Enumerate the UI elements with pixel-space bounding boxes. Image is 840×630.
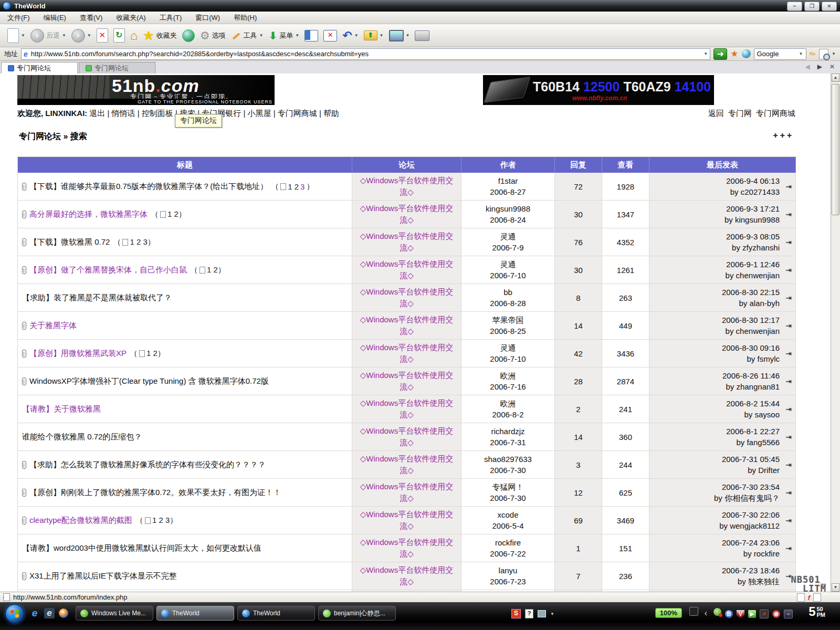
- block-tray-icon[interactable]: ⊘: [772, 610, 780, 618]
- menu-item-3[interactable]: 收藏夹(A): [116, 13, 145, 23]
- forum-link[interactable]: ◇Windows平台软件使用交流◇: [352, 256, 461, 284]
- forum-link[interactable]: ◇Windows平台软件使用交流◇: [352, 507, 461, 534]
- welcome-link-2[interactable]: 控制面板: [142, 109, 173, 118]
- tab-scroll-left-icon[interactable]: ◀: [805, 63, 810, 70]
- top-right-link-1[interactable]: 专门网: [728, 109, 752, 119]
- minimize-button[interactable]: –: [787, 2, 802, 11]
- author-link[interactable]: f1star: [498, 175, 518, 186]
- close-button[interactable]: ✕: [822, 2, 837, 11]
- goto-last-post-icon[interactable]: ⇥: [785, 487, 792, 498]
- split-view-button[interactable]: [304, 30, 318, 41]
- lastpost-author[interactable]: by rockfire: [743, 548, 780, 559]
- tray-expand-icon[interactable]: ▼: [550, 612, 554, 616]
- restore-window-icon[interactable]: [538, 610, 546, 617]
- thread-title-link[interactable]: 【下载】谁能够共享最新0.75版本的微软雅黑字体？(给出下载地址）: [29, 182, 268, 192]
- forum-link[interactable]: ◇Windows平台软件使用交流◇: [352, 423, 461, 450]
- vertical-scrollbar[interactable]: ▲ ▼: [831, 74, 840, 592]
- stop-button[interactable]: ✕: [97, 28, 108, 43]
- lastpost-author[interactable]: by fang5566: [736, 437, 780, 448]
- forum-link[interactable]: ◇Windows平台软件使用交流◇: [352, 451, 461, 478]
- column-header-4[interactable]: 查看: [602, 157, 649, 173]
- go-button[interactable]: ➜: [713, 48, 727, 60]
- back-button[interactable]: ‹后退▼: [30, 29, 66, 43]
- home-button[interactable]: ⌂: [130, 29, 138, 42]
- welcome-link-7[interactable]: 帮助: [323, 109, 339, 118]
- goto-last-post-icon[interactable]: ⇥: [785, 376, 792, 387]
- thread-pages[interactable]: （1 2）: [151, 209, 186, 219]
- thread-title-link[interactable]: 【下载】微软雅黑 0.72: [29, 237, 110, 247]
- author-link[interactable]: 欧洲: [500, 370, 516, 381]
- favorites-button[interactable]: ★收藏夹: [143, 29, 177, 42]
- forum-link[interactable]: ◇Windows平台软件使用交流◇: [352, 534, 461, 562]
- thread-pages[interactable]: （1 2 3）: [113, 237, 155, 247]
- forum-link[interactable]: ◇Windows平台软件使用交流◇: [352, 312, 461, 339]
- refresh-button[interactable]: ↻: [113, 28, 125, 43]
- goto-last-post-icon[interactable]: ⇥: [785, 209, 792, 220]
- welcome-link-1[interactable]: 悄悄话: [112, 109, 135, 118]
- goto-last-post-icon[interactable]: ⇥: [785, 404, 792, 415]
- scrollbar-thumb[interactable]: [832, 84, 839, 215]
- print-button[interactable]: [415, 30, 429, 41]
- welcome-link-5[interactable]: 小黑屋: [248, 109, 271, 118]
- chevron-tray-icon[interactable]: [702, 609, 710, 617]
- ie-quicklaunch-icon[interactable]: e: [29, 608, 40, 618]
- column-header-0[interactable]: 标题: [18, 157, 352, 173]
- forum-link[interactable]: ◇Windows平台软件使用交流◇: [352, 395, 461, 423]
- goto-last-post-icon[interactable]: ⇥: [785, 265, 792, 276]
- thread-pages[interactable]: （1 2 3）: [135, 516, 177, 526]
- find-dropdown-icon[interactable]: ▼: [832, 51, 836, 56]
- menu-button[interactable]: ⬇菜单▼: [269, 30, 300, 41]
- taskbar-clock[interactable]: 5 50 PM: [808, 605, 825, 618]
- tab-1[interactable]: 专门网论坛: [79, 62, 155, 74]
- thread-title-link[interactable]: 【原创】做了个雅黑替换宋体，自己作小白鼠: [29, 265, 187, 275]
- media-tray-icon[interactable]: ▶: [748, 610, 756, 618]
- status-resource-icon[interactable]: [813, 593, 821, 602]
- lastpost-author[interactable]: by alan-byh: [739, 298, 780, 309]
- menu-item-0[interactable]: 文件(F): [7, 13, 30, 23]
- author-link[interactable]: 苹果帝国: [492, 314, 524, 326]
- author-link[interactable]: 灵通: [500, 342, 516, 353]
- author-link[interactable]: bb: [503, 287, 512, 298]
- taskbar-button-1[interactable]: TheWorld: [156, 606, 234, 621]
- menu-item-5[interactable]: 窗口(W): [195, 13, 220, 23]
- bluetooth-tray-icon[interactable]: B: [725, 610, 733, 618]
- goto-last-post-icon[interactable]: ⇥: [785, 432, 792, 443]
- author-link[interactable]: 专猛网！: [492, 481, 524, 492]
- thread-pages[interactable]: （1 2）: [130, 349, 165, 359]
- maximize-button[interactable]: ❐: [804, 2, 820, 11]
- thread-title-link[interactable]: 【请教】关于微软雅黑: [22, 404, 101, 414]
- lastpost-author[interactable]: by chenwenjian: [726, 326, 780, 337]
- lastpost-author[interactable]: by saysoo: [744, 409, 780, 420]
- media-player-quicklaunch-icon[interactable]: [59, 608, 68, 618]
- lastpost-author[interactable]: by wengjack8112: [719, 520, 780, 531]
- lastpost-author[interactable]: by 你相信有鬼吗？: [714, 492, 780, 503]
- goto-last-post-icon[interactable]: ⇥: [785, 543, 792, 554]
- welcome-link-0[interactable]: 退出: [89, 109, 105, 118]
- author-link[interactable]: rockfire: [495, 537, 521, 548]
- taskbar-button-2[interactable]: TheWorld: [237, 606, 315, 621]
- thread-title-link[interactable]: 【求助】装了雅黑是不是黑体就被取代了？: [22, 293, 172, 303]
- taskbar-button-3[interactable]: benjamin|心静思...: [318, 606, 396, 621]
- sogou-icon[interactable]: S: [511, 609, 521, 618]
- forum-link[interactable]: ◇Windows平台软件使用交流◇: [352, 368, 461, 395]
- thread-title-link[interactable]: 谁能给个微软雅黑 0.72的压缩包？: [22, 432, 142, 442]
- author-link[interactable]: 灵通: [500, 231, 516, 242]
- translate-globe-icon[interactable]: [742, 49, 751, 58]
- top-right-link-2[interactable]: 专门网商城: [756, 109, 795, 119]
- tools-button[interactable]: 工具▼: [231, 30, 264, 41]
- lastpost-author[interactable]: by c20271433: [730, 186, 780, 197]
- address-dropdown-icon[interactable]: ▼: [704, 51, 708, 56]
- plug-tray-icon[interactable]: [689, 607, 698, 616]
- start-button[interactable]: [5, 604, 24, 623]
- address-input[interactable]: [30, 49, 702, 58]
- forum-link[interactable]: ◇Windows平台软件使用交流◇: [352, 173, 461, 200]
- thread-title-link[interactable]: 【求助】怎么我装了微软雅黑好像系统的字体有些没变化的？？？？: [29, 460, 266, 470]
- ad-banner[interactable]: T60B14 12500 T60AZ9 14100 www.nbfly.com.…: [483, 75, 714, 105]
- column-header-1[interactable]: 论坛: [352, 157, 461, 173]
- author-link[interactable]: richardzjz: [491, 426, 524, 437]
- forum-link[interactable]: ◇Windows平台软件使用交流◇: [352, 562, 461, 590]
- top-right-link-0[interactable]: 返回: [708, 109, 724, 119]
- column-header-2[interactable]: 作者: [461, 157, 555, 173]
- author-link[interactable]: 欧洲: [500, 398, 516, 409]
- thread-title-link[interactable]: X31上用了雅黑以后IE下载字体显示不完整: [29, 571, 177, 581]
